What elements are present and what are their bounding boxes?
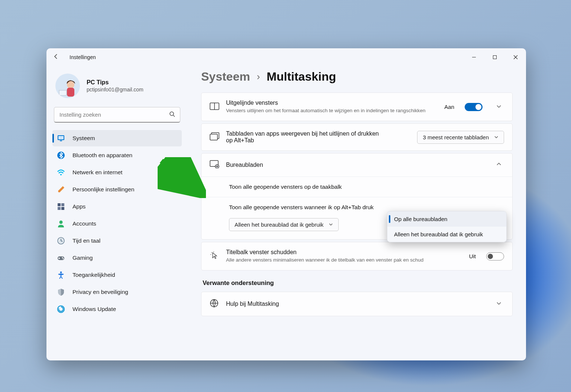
sidebar-item-gamepad[interactable]: Gaming [52,250,182,266]
shake-toggle[interactable] [486,252,504,260]
alttab-select-value: 3 meest recente tabbladen [423,134,489,140]
svg-rect-4 [67,88,74,97]
sidebar-item-access[interactable]: Toegankelijkheid [52,267,182,283]
settings-window: Instellingen [46,48,526,360]
desktops-taskbar-row: Toon alle geopende vensters op de taakba… [201,177,512,197]
desktops-alttab-select[interactable]: Alleen het bureaublad dat ik gebruik [229,218,339,231]
snap-layout-icon [210,103,219,111]
snap-toggle[interactable] [465,103,483,111]
sidebar-item-update[interactable]: Windows Update [52,301,182,317]
desktops-alttab-label: Toon alle geopende vensters wanneer ik o… [229,204,504,211]
dropdown-option-all-desktops[interactable]: Op alle bureaubladen [387,211,506,227]
chevron-up-icon[interactable] [494,162,504,168]
window-title: Instellingen [70,54,96,60]
maximize-button[interactable] [484,48,505,66]
bluetooth-icon [57,151,65,159]
search-icon [169,111,175,119]
svg-rect-7 [58,136,64,139]
sidebar-item-label: Tijd en taal [72,237,100,244]
sidebar-item-label: Systeem [72,135,95,142]
sidebar-item-apps[interactable]: Apps [52,198,182,215]
sidebar-item-label: Windows Update [72,306,116,312]
sidebar-item-shield[interactable]: Privacy en beveiliging [52,284,182,300]
desktops-taskbar-dropdown[interactable]: Op alle bureaubladen Alleen het bureaubl… [387,211,507,242]
sidebar-item-clock[interactable]: Tijd en taal [52,233,182,249]
svg-rect-0 [493,56,497,59]
system-icon [57,134,65,142]
sidebar-item-label: Toegankelijkheid [72,272,115,278]
update-icon [57,305,65,313]
desktops-header[interactable]: Bureaubladen [201,153,512,176]
sidebar-item-wifi[interactable]: Netwerk en internet [52,164,182,181]
chevron-down-icon [329,221,333,228]
sidebar-item-system[interactable]: Systeem [52,130,182,146]
sidebar-item-brush[interactable]: Persoonlijke instellingen [52,181,182,198]
chevron-down-icon[interactable] [494,104,504,110]
svg-point-10 [60,174,62,175]
profile-name: PC Tips [87,79,143,86]
desktops-icon [210,160,219,170]
desktops-taskbar-label: Toon alle geopende vensters op de taakba… [229,184,504,190]
sidebar: PC Tips pctipsinfo01@gmail.com SysteemBl… [46,66,188,360]
snap-subtitle: Vensters uitlijnen om het formaat automa… [226,107,434,114]
svg-point-5 [170,112,174,116]
close-button[interactable] [505,48,526,66]
content-area: Systeem › Multitasking Uitgelijnde venst… [188,66,526,360]
alttab-title: Tabbladen van apps weergeven bij het uit… [226,130,382,144]
svg-rect-11 [58,203,61,206]
search-input[interactable] [54,107,180,123]
svg-point-18 [62,257,63,258]
chevron-right-icon: › [257,71,260,82]
chevron-down-icon [494,301,504,307]
alttab-select[interactable]: 3 meest recente tabbladen [417,131,504,144]
breadcrumb-current: Multitasking [267,70,336,84]
svg-rect-14 [61,207,64,210]
snap-state-label: Aan [444,104,454,110]
gamepad-icon [57,254,65,262]
sidebar-item-bluetooth[interactable]: Bluetooth en apparaten [52,147,182,163]
desktops-alttab-row: Toon alle geopende vensters wanneer ik o… [201,197,512,213]
titlebar: Instellingen [46,48,526,66]
svg-rect-12 [61,203,64,206]
globe-icon [210,299,219,309]
profile-email: pctipsinfo01@gmail.com [87,87,143,93]
svg-point-15 [59,221,63,224]
access-icon [57,271,65,279]
svg-rect-23 [210,134,217,140]
desktops-alttab-select-value: Alleen het bureaublad dat ik gebruik [235,221,323,228]
sidebar-item-label: Privacy en beveiliging [72,289,128,295]
sidebar-nav: SysteemBluetooth en apparatenNetwerk en … [50,130,184,317]
sidebar-item-label: Persoonlijke instellingen [72,186,134,193]
shield-icon [57,288,65,296]
help-card[interactable]: Hulp bij Multitasking [201,292,513,316]
shake-subtitle: Alle andere vensters minimaliseren wanne… [226,257,462,263]
svg-rect-2 [59,91,66,95]
wifi-icon [57,168,65,176]
breadcrumb: Systeem › Multitasking [201,70,513,84]
snap-title: Uitgelijnde vensters [226,100,438,106]
breadcrumb-parent[interactable]: Systeem [201,70,250,84]
dropdown-option-current-desktop[interactable]: Alleen het bureaublad dat ik gebruik [387,227,506,242]
back-button[interactable] [53,54,61,61]
minimize-button[interactable] [464,48,484,66]
shake-title: Titelbalk venster schudden [226,249,462,256]
cursor-icon [210,251,219,262]
sidebar-item-label: Bluetooth en apparaten [72,152,132,159]
apps-icon [57,203,65,211]
profile-block[interactable]: PC Tips pctipsinfo01@gmail.com [50,70,184,107]
sidebar-item-person[interactable]: Accounts [52,216,182,232]
svg-point-19 [63,258,64,259]
snap-windows-card: Uitgelijnde vensters Vensters uitlijnen … [201,93,513,121]
tabs-icon [210,132,219,142]
sidebar-item-label: Netwerk en internet [72,169,122,176]
sidebar-item-label: Accounts [72,220,96,227]
shake-state-label: Uit [469,253,476,259]
alttab-card: Tabbladen van apps weergeven bij het uit… [201,123,513,151]
desktops-title: Bureaubladen [226,162,483,168]
sidebar-item-label: Gaming [72,255,93,261]
avatar [55,74,80,98]
person-icon [57,220,65,228]
svg-rect-13 [58,207,61,210]
clock-icon [57,237,65,245]
help-title: Hulp bij Multitasking [226,301,483,307]
